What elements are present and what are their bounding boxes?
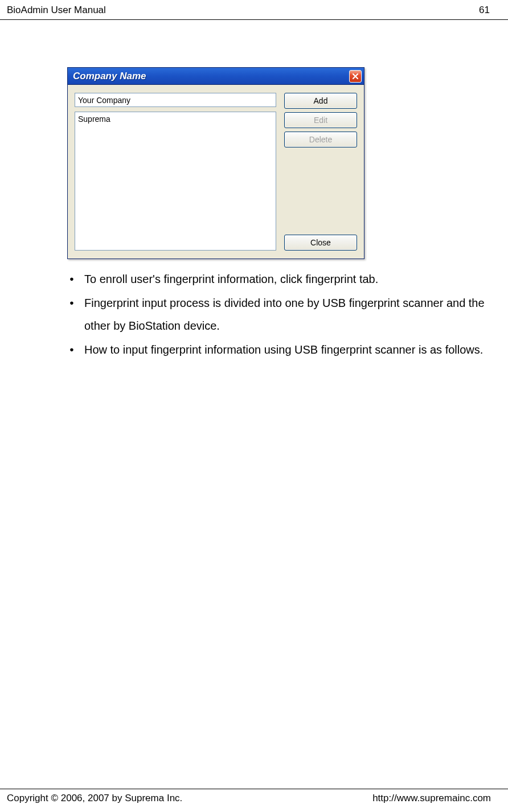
copyright-text: Copyright © 2006, 2007 by Suprema Inc. bbox=[7, 793, 182, 804]
bullet-list: To enroll user's fingerprint information… bbox=[67, 268, 498, 361]
list-item: Fingerprint input process is divided int… bbox=[67, 292, 498, 337]
company-listbox[interactable]: Suprema bbox=[75, 112, 276, 251]
footer-url: http://www.supremainc.com bbox=[372, 793, 491, 804]
body-content: To enroll user's fingerprint information… bbox=[67, 268, 498, 362]
delete-button[interactable]: Delete bbox=[284, 132, 357, 147]
page-number: 61 bbox=[479, 5, 490, 16]
close-button[interactable]: Close bbox=[284, 235, 357, 251]
page-header: BioAdmin User Manual 61 bbox=[0, 0, 508, 20]
company-name-dialog: Company Name Suprema Add Edit Delete Clo… bbox=[67, 67, 364, 259]
list-item: To enroll user's fingerprint information… bbox=[67, 268, 498, 290]
add-button[interactable]: Add bbox=[284, 93, 357, 109]
list-item[interactable]: Suprema bbox=[78, 114, 273, 124]
company-name-input[interactable] bbox=[75, 93, 276, 107]
dialog-screenshot: Company Name Suprema Add Edit Delete Clo… bbox=[67, 67, 364, 259]
list-item: How to input fingerprint information usi… bbox=[67, 338, 498, 361]
dialog-titlebar[interactable]: Company Name bbox=[68, 68, 364, 85]
close-icon[interactable] bbox=[349, 70, 362, 83]
page-footer: Copyright © 2006, 2007 by Suprema Inc. h… bbox=[0, 789, 508, 812]
dialog-body: Suprema Add Edit Delete Close bbox=[68, 85, 364, 259]
edit-button[interactable]: Edit bbox=[284, 112, 357, 128]
document-title: BioAdmin User Manual bbox=[7, 5, 106, 16]
dialog-right-column: Add Edit Delete Close bbox=[284, 93, 357, 251]
dialog-left-column: Suprema bbox=[75, 93, 276, 251]
button-spacer bbox=[284, 151, 357, 231]
dialog-title: Company Name bbox=[73, 71, 146, 82]
